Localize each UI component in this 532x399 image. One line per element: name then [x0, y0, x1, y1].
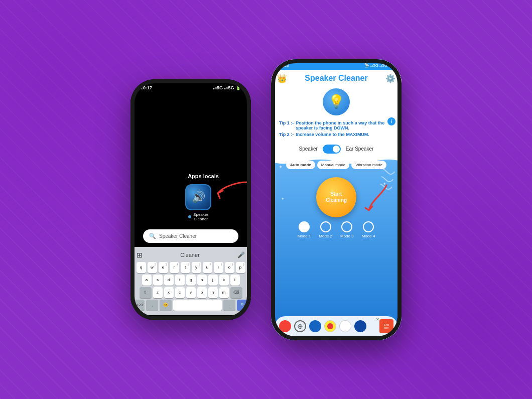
shopee-button[interactable]: Shopee — [379, 319, 393, 333]
key-search[interactable]: 🔍 — [237, 300, 249, 311]
bulb-section: 💡 — [271, 86, 402, 117]
color-swatch-blue[interactable] — [309, 320, 321, 332]
info-icon[interactable]: i — [387, 117, 395, 125]
color-crosshair[interactable]: ⊕ — [294, 320, 306, 332]
key-delete[interactable]: ⌫ — [230, 287, 242, 298]
key-e[interactable]: e3 — [159, 262, 168, 273]
key-b[interactable]: b — [197, 287, 207, 298]
tab-vibration-mode[interactable]: Vibration mode — [351, 161, 386, 169]
key-a[interactable]: a — [142, 275, 152, 286]
settings-icon[interactable]: ⚙️ — [385, 74, 395, 83]
key-u[interactable]: u7 — [203, 262, 212, 273]
key-m[interactable]: m — [219, 287, 229, 298]
color-picker-bar: ⊕ ✕ Shopee — [275, 316, 397, 336]
star-deco-3: ✦ — [281, 197, 285, 201]
tab-auto-mode[interactable]: Auto mode — [286, 161, 315, 169]
key-123[interactable]: ?123 — [132, 300, 145, 311]
app-icon-container[interactable]: SpeakerCleaner — [178, 184, 219, 221]
tip1-label: Tip 1 :- — [279, 120, 294, 125]
key-i[interactable]: i8 — [214, 262, 223, 273]
key-o[interactable]: o9 — [225, 262, 234, 273]
color-swatch-red[interactable] — [279, 320, 291, 332]
key-row-3: ⇧ z x c v b n m ⌫ — [132, 287, 249, 298]
mode-2-circle — [320, 221, 331, 232]
mode-3-circle — [341, 221, 352, 232]
tip-2: Tip 2 :- Increase volume to the MAXIMUM. — [279, 132, 393, 137]
key-c[interactable]: c — [175, 287, 185, 298]
mode-4-label: Mode 4 — [362, 234, 375, 238]
key-l[interactable]: l — [230, 275, 240, 286]
status-bar-2: 18:19 📡 ₐₗₗ5G ₐₗₗ5G 🔋 — [271, 59, 402, 70]
color-swatch-navy[interactable] — [354, 320, 366, 332]
toggle-label-speaker: Speaker — [299, 146, 318, 152]
key-f[interactable]: f — [175, 275, 185, 286]
key-row-1: q w2 e3 r4 t5 y6 u7 i8 o9 p0 — [132, 262, 249, 273]
start-cleaning-label: StartCleaning — [326, 191, 347, 203]
phone-2-screen: 18:19 📡 ₐₗₗ5G ₐₗₗ5G 🔋 👑 Speaker Cleaner … — [271, 59, 402, 340]
toggle-label-ear: Ear Speaker — [346, 146, 374, 152]
speaker-cleaner-app-icon[interactable] — [185, 184, 211, 210]
keyboard-suggestion[interactable]: Cleaner — [180, 252, 200, 258]
key-d[interactable]: d — [164, 275, 174, 286]
tip-1: Tip 1 :- Position the phone in such a wa… — [279, 120, 393, 130]
key-j[interactable]: j — [208, 275, 218, 286]
mode-3-indicator[interactable]: Mode 3 — [340, 221, 354, 238]
key-comma[interactable]: , — [146, 300, 158, 311]
time-display-2: 18:19 — [279, 63, 289, 68]
color-swatch-yellow[interactable] — [324, 320, 336, 332]
close-button[interactable]: ✕ — [376, 317, 379, 322]
red-arrow-1 — [214, 178, 249, 205]
tab-manual-mode[interactable]: Manual mode — [317, 161, 349, 169]
phone-1-screen: 10:17 ₐₗₗ5G ₐₗₗ5G 🔋 Apps locais SpeakerC… — [130, 79, 251, 320]
mode-1-indicator[interactable]: Mode 1 — [298, 221, 311, 238]
key-row-2: a s d f g h j k l — [132, 275, 249, 286]
key-n[interactable]: n — [208, 287, 218, 298]
mode-4-indicator[interactable]: Mode 4 — [362, 221, 375, 238]
key-s[interactable]: s — [153, 275, 163, 286]
signal-icons-1: ₐₗₗ5G ₐₗₗ5G 🔋 — [213, 85, 241, 90]
phone-2: 18:19 📡 ₐₗₗ5G ₐₗₗ5G 🔋 👑 Speaker Cleaner … — [271, 59, 402, 340]
keyboard-top-row: ⊞ Cleaner 🎤 — [132, 250, 249, 260]
app-active-dot — [188, 215, 191, 218]
search-icon: 🔍 — [149, 233, 156, 239]
key-shift[interactable]: ⇧ — [140, 287, 152, 298]
key-v[interactable]: v — [186, 287, 196, 298]
key-emoji[interactable]: 😊 — [160, 300, 172, 311]
red-arrow-2 — [361, 183, 391, 220]
key-k[interactable]: k — [219, 275, 229, 286]
key-g[interactable]: g — [186, 275, 196, 286]
speaker-toggle[interactable] — [323, 145, 341, 154]
signal-icons-2: 📡 ₐₗₗ5G ₐₗₗ5G 🔋 — [364, 63, 393, 68]
key-r[interactable]: r4 — [170, 262, 179, 273]
time-display-1: 10:17 — [141, 85, 152, 90]
tip2-text: Increase volume to the MAXIMUM. — [296, 132, 369, 137]
app-name-label: SpeakerCleaner — [193, 212, 208, 221]
app-title: Speaker Cleaner — [305, 74, 367, 83]
search-bar[interactable]: 🔍 Speaker Cleaner — [143, 229, 238, 243]
key-space[interactable] — [173, 300, 222, 311]
keyboard-grid-icon[interactable]: ⊞ — [137, 251, 143, 259]
phone-1: 10:17 ₐₗₗ5G ₐₗₗ5G 🔋 Apps locais SpeakerC… — [130, 79, 251, 320]
key-y[interactable]: y6 — [192, 262, 201, 273]
apps-locais-section: Apps locais SpeakerCleaner — [163, 173, 219, 221]
start-cleaning-button[interactable]: StartCleaning — [316, 177, 356, 217]
key-p[interactable]: p0 — [236, 262, 245, 273]
key-x[interactable]: x — [164, 287, 174, 298]
mode-indicators: Mode 1 Mode 2 Mode 3 Mode 4 — [298, 217, 375, 242]
key-h[interactable]: h — [197, 275, 207, 286]
toggle-thumb — [333, 146, 340, 153]
key-row-4: ?123 , 😊 . 🔍 — [132, 300, 249, 311]
key-t[interactable]: t5 — [181, 262, 190, 273]
mode-2-indicator[interactable]: Mode 2 — [319, 221, 332, 238]
key-q[interactable]: q — [137, 262, 146, 273]
phone-1-content: Apps locais SpeakerCleaner — [130, 92, 251, 320]
status-bar-1: 10:17 ₐₗₗ5G ₐₗₗ5G 🔋 — [130, 79, 251, 92]
key-w[interactable]: w2 — [148, 262, 157, 273]
tip1-text: Position the phone in such a way that th… — [296, 120, 393, 130]
key-z[interactable]: z — [153, 287, 163, 298]
keyboard-mic-icon[interactable]: 🎤 — [237, 251, 245, 258]
color-swatch-white[interactable] — [339, 320, 351, 332]
key-period[interactable]: . — [223, 300, 235, 311]
mode-2-label: Mode 2 — [319, 234, 332, 238]
mode-tabs: Auto mode Manual mode Vibration mode — [271, 157, 402, 169]
